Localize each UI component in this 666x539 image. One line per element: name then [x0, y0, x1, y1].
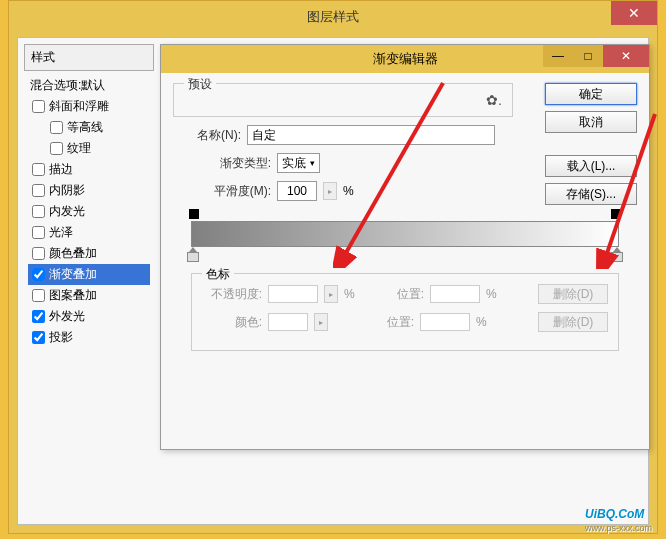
style-checkbox-2[interactable]: [50, 142, 63, 155]
color-pos-label: 位置:: [354, 314, 414, 331]
style-checkbox-10[interactable]: [32, 310, 45, 323]
outer-titlebar[interactable]: 图层样式 ✕: [9, 1, 657, 33]
style-checkbox-4[interactable]: [32, 184, 45, 197]
outer-title: 图层样式: [307, 8, 359, 26]
type-value: 实底: [282, 155, 306, 172]
type-label: 渐变类型:: [203, 155, 271, 172]
opacity-stepper: ▸: [324, 285, 338, 303]
opacity-row: 不透明度: ▸ % 位置: % 删除(D): [202, 284, 608, 304]
smooth-unit: %: [343, 184, 354, 198]
style-item-9[interactable]: 图案叠加: [28, 285, 150, 306]
inner-window-buttons: — □ ✕: [543, 45, 649, 67]
style-label-7: 颜色叠加: [49, 245, 97, 262]
style-item-3[interactable]: 描边: [28, 159, 150, 180]
style-checkbox-5[interactable]: [32, 205, 45, 218]
ok-button[interactable]: 确定: [545, 83, 637, 105]
opacity-delete-button: 删除(D): [538, 284, 608, 304]
smooth-label: 平滑度(M):: [203, 183, 271, 200]
style-checkbox-1[interactable]: [50, 121, 63, 134]
blend-options[interactable]: 混合选项:默认: [24, 71, 154, 96]
chevron-down-icon: ▾: [310, 158, 315, 168]
inner-close-button[interactable]: ✕: [603, 45, 649, 67]
smooth-row: 平滑度(M): ▸ %: [203, 181, 513, 201]
style-checkbox-7[interactable]: [32, 247, 45, 260]
type-row: 渐变类型: 实底 ▾: [203, 153, 513, 173]
maximize-button[interactable]: □: [573, 45, 603, 67]
color-stop-left[interactable]: [187, 247, 199, 261]
style-panel: 样式 混合选项:默认 斜面和浮雕等高线纹理描边内阴影内发光光泽颜色叠加渐变叠加图…: [24, 44, 154, 348]
style-list: 斜面和浮雕等高线纹理描边内阴影内发光光泽颜色叠加渐变叠加图案叠加外发光投影: [24, 96, 154, 348]
opacity-pct: %: [344, 287, 358, 301]
outer-close-button[interactable]: ✕: [611, 1, 657, 25]
style-item-6[interactable]: 光泽: [28, 222, 150, 243]
gradient-editor-window: 渐变编辑器 — □ ✕ 确定 取消 载入(L)... 存储(S)... 预设 ✿…: [160, 44, 650, 450]
opacity-stop-right[interactable]: [611, 209, 621, 219]
style-header: 样式: [24, 44, 154, 71]
color-picker-arrow: ▸: [314, 313, 328, 331]
style-label-6: 光泽: [49, 224, 73, 241]
color-label: 颜色:: [202, 314, 262, 331]
gradient-bar[interactable]: [191, 221, 619, 247]
opacity-stop-left[interactable]: [189, 209, 199, 219]
save-button[interactable]: 存储(S)...: [545, 183, 637, 205]
style-label-2: 纹理: [67, 140, 91, 157]
name-row: 名称(N):: [173, 125, 513, 145]
style-label-9: 图案叠加: [49, 287, 97, 304]
preset-fieldset: 预设 ✿.: [173, 83, 513, 117]
style-checkbox-0[interactable]: [32, 100, 45, 113]
cancel-button[interactable]: 取消: [545, 111, 637, 133]
smooth-input[interactable]: [277, 181, 317, 201]
name-label: 名称(N):: [173, 127, 241, 144]
inner-title: 渐变编辑器: [373, 50, 438, 68]
style-checkbox-9[interactable]: [32, 289, 45, 302]
name-input[interactable]: [247, 125, 495, 145]
style-label-5: 内发光: [49, 203, 85, 220]
marks-fieldset: 色标 不透明度: ▸ % 位置: % 删除(D) 颜色: ▸ 位置:: [191, 273, 619, 351]
style-label-10: 外发光: [49, 308, 85, 325]
style-item-11[interactable]: 投影: [28, 327, 150, 348]
gradient-track[interactable]: [191, 213, 619, 255]
watermark: UiBQ.CoM www.ps-xxx.com: [585, 500, 652, 533]
style-item-5[interactable]: 内发光: [28, 201, 150, 222]
dialog-buttons: 确定 取消 载入(L)... 存储(S)...: [545, 83, 637, 205]
style-checkbox-11[interactable]: [32, 331, 45, 344]
style-checkbox-6[interactable]: [32, 226, 45, 239]
marks-label: 色标: [202, 266, 234, 283]
opacity-label: 不透明度:: [202, 286, 262, 303]
color-row: 颜色: ▸ 位置: % 删除(D): [202, 312, 608, 332]
style-checkbox-8[interactable]: [32, 268, 45, 281]
gear-icon[interactable]: ✿.: [486, 92, 502, 108]
style-label-4: 内阴影: [49, 182, 85, 199]
preset-label: 预设: [184, 76, 216, 93]
style-item-0[interactable]: 斜面和浮雕: [28, 96, 150, 117]
gradient-area: 色标 不透明度: ▸ % 位置: % 删除(D) 颜色: ▸ 位置:: [173, 213, 637, 351]
smooth-stepper[interactable]: ▸: [323, 182, 337, 200]
style-checkbox-3[interactable]: [32, 163, 45, 176]
opacity-pos-label: 位置:: [364, 286, 424, 303]
style-label-0: 斜面和浮雕: [49, 98, 109, 115]
style-label-8: 渐变叠加: [49, 266, 97, 283]
style-item-10[interactable]: 外发光: [28, 306, 150, 327]
style-item-2[interactable]: 纹理: [28, 138, 150, 159]
watermark-main: UiBQ.CoM: [585, 507, 644, 521]
opacity-pos-input: [430, 285, 480, 303]
color-delete-button: 删除(D): [538, 312, 608, 332]
style-item-7[interactable]: 颜色叠加: [28, 243, 150, 264]
minimize-button[interactable]: —: [543, 45, 573, 67]
style-label-11: 投影: [49, 329, 73, 346]
opacity-input: [268, 285, 318, 303]
color-stop-right[interactable]: [611, 247, 623, 261]
opacity-pos-pct: %: [486, 287, 500, 301]
watermark-sub: www.ps-xxx.com: [585, 523, 652, 533]
style-item-4[interactable]: 内阴影: [28, 180, 150, 201]
color-swatch: [268, 313, 308, 331]
inner-body: 确定 取消 载入(L)... 存储(S)... 预设 ✿. 名称(N): 渐变类…: [161, 73, 649, 449]
style-item-1[interactable]: 等高线: [28, 117, 150, 138]
load-button[interactable]: 载入(L)...: [545, 155, 637, 177]
color-pos-pct: %: [476, 315, 490, 329]
color-pos-input: [420, 313, 470, 331]
style-label-1: 等高线: [67, 119, 103, 136]
style-item-8[interactable]: 渐变叠加: [28, 264, 150, 285]
type-select[interactable]: 实底 ▾: [277, 153, 320, 173]
inner-titlebar[interactable]: 渐变编辑器 — □ ✕: [161, 45, 649, 73]
